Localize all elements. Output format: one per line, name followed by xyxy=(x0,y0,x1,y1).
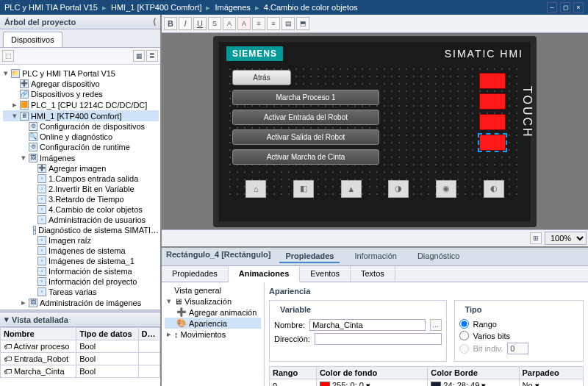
tree-item[interactable]: ▫4.Cambio de color objetos xyxy=(3,204,159,215)
hmi-button[interactable]: Marcha Proceso 1 xyxy=(232,90,379,105)
tree-item[interactable]: ▫Información de sistema xyxy=(3,266,159,276)
tree-item[interactable]: ▫2.Invertir Bit en Variable xyxy=(3,184,159,194)
maximize-icon[interactable]: ◻ xyxy=(560,2,570,12)
hmi-canvas[interactable]: SIEMENS SIMATIC HMI TOUCH Atrás Marcha P… xyxy=(162,33,588,229)
tree-item[interactable]: ▫1.Campos entrada salida xyxy=(3,174,159,184)
property-nav: Vista general ▾🖥 Visualización ➕ Agregar… xyxy=(162,282,265,386)
section-title: Apariencia xyxy=(269,287,584,296)
panel-title: Árbol del proyecto xyxy=(4,18,76,26)
group-type: Tipo xyxy=(462,305,485,314)
tree-item[interactable]: ▫Administración de usuarios xyxy=(3,215,159,225)
title-bar: PLC y HMI TIA Portal V15▸ HMI_1 [KTP400 … xyxy=(0,0,588,15)
fill-color-icon[interactable]: A xyxy=(237,17,251,30)
tree-item[interactable]: ⚙Configuración de runtime xyxy=(3,142,159,152)
nav-item-appearance[interactable]: 🎨 Apariencia xyxy=(165,318,261,329)
list-icon[interactable]: ≣ xyxy=(146,50,158,62)
tab-properties[interactable]: Propiedades xyxy=(279,250,340,263)
close-icon[interactable]: × xyxy=(573,2,584,12)
tab-info[interactable]: Información xyxy=(348,250,402,263)
tree-item[interactable]: ▸🟧PLC_1 [CPU 1214C DC/DC/DC] xyxy=(3,99,159,110)
layer-icon[interactable]: ▤ xyxy=(282,17,295,30)
tree-item[interactable]: ▾🖥HMI_1 [KTP400 Comfort] xyxy=(3,110,159,121)
nav-icon[interactable]: ◑ xyxy=(388,180,409,198)
project-tree[interactable]: ▾📁PLC y HMI TIA Portal V15➕Agregar dispo… xyxy=(0,65,160,310)
radio-singlebit xyxy=(459,344,469,354)
subtab-animations[interactable]: Animaciones xyxy=(229,266,300,282)
align-center-icon[interactable]: ≡ xyxy=(267,17,280,30)
tree-item[interactable]: ▸🖼Administración de imágenes xyxy=(3,297,159,308)
collapse-icon[interactable]: ⟨ xyxy=(153,17,156,26)
table-row[interactable]: 0 255; 0; 0 ▾ 24; 28; 49 ▾No ▾ xyxy=(270,379,584,387)
nav-icon[interactable]: ▲ xyxy=(341,180,362,198)
crumb[interactable]: 4.Cambio de color objetos xyxy=(264,3,358,12)
table-row[interactable]: 🏷 Activar procesoBool xyxy=(1,340,160,353)
detail-header[interactable]: ▾Vista detallada xyxy=(0,312,160,327)
nav-icon[interactable]: ◧ xyxy=(293,180,314,198)
indicator[interactable] xyxy=(479,114,506,130)
radio-range[interactable] xyxy=(459,319,469,329)
crumb[interactable]: Imágenes xyxy=(215,3,250,12)
zoom-select[interactable]: 100% xyxy=(545,232,587,245)
tree-item[interactable]: ▫Tareas varias xyxy=(3,287,159,297)
ruler-icon[interactable]: ⊞ xyxy=(530,232,542,244)
tree-item[interactable]: ➕Agregar dispositivo xyxy=(3,79,159,89)
detail-title: Vista detallada xyxy=(12,315,68,324)
hmi-device: SIEMENS SIMATIC HMI TOUCH Atrás Marcha P… xyxy=(213,36,537,227)
nav-item[interactable]: ➕ Agregar animación xyxy=(165,307,261,318)
tree-item[interactable]: 🔗Dispositivos y redes xyxy=(3,89,159,99)
tree-item[interactable]: ▫Imagen raíz xyxy=(3,235,159,246)
variable-name-input[interactable] xyxy=(309,319,425,331)
subtab-texts[interactable]: Textos xyxy=(351,266,395,282)
subtab-properties[interactable]: Propiedades xyxy=(162,266,229,282)
tree-item[interactable]: 🔍Online y diagnóstico xyxy=(3,132,159,142)
indicator[interactable] xyxy=(479,93,506,110)
indicator[interactable] xyxy=(479,73,506,89)
format-toolbar: B I U S A A ≡ ≡ ▤ ⬒ xyxy=(162,15,588,33)
grid-icon[interactable]: ▦ xyxy=(133,50,145,62)
table-row[interactable]: 🏷 Marcha_CintaBool xyxy=(1,365,160,378)
group-icon[interactable]: ⬒ xyxy=(296,17,309,30)
hmi-button[interactable]: Activar Salida del Robot xyxy=(232,129,379,145)
tree-item[interactable]: ▫Información del proyecto xyxy=(3,276,159,287)
minimize-icon[interactable]: – xyxy=(547,2,557,12)
table-row[interactable]: 🏷 Entrada_RobotBool xyxy=(1,353,160,365)
underline-icon[interactable]: U xyxy=(193,17,207,30)
nav-item[interactable]: Vista general xyxy=(165,285,261,296)
align-left-icon[interactable]: ≡ xyxy=(252,17,265,30)
tree-item[interactable]: ▫3.Retardo de Tiempo xyxy=(3,194,159,204)
tree-item[interactable]: ▫Diagnóstico de sistema SIMATI… xyxy=(3,225,159,235)
crumb[interactable]: PLC y HMI TIA Portal V15 xyxy=(4,3,98,12)
brand-logo: SIEMENS xyxy=(226,46,283,61)
tool-icon[interactable]: ⬚ xyxy=(2,50,14,62)
crumb[interactable]: HMI_1 [KTP400 Comfort] xyxy=(111,3,202,12)
detail-table: NombreTipo de datosD… 🏷 Activar procesoB… xyxy=(0,327,160,378)
nav-icon[interactable]: ◐ xyxy=(484,180,504,198)
font-color-icon[interactable]: A xyxy=(223,17,236,30)
indicator-selected[interactable] xyxy=(479,135,506,151)
italic-icon[interactable]: I xyxy=(179,17,192,30)
address-input[interactable] xyxy=(315,333,442,345)
tree-item[interactable]: ▾📁PLC y HMI TIA Portal V15 xyxy=(3,68,159,79)
bold-icon[interactable]: B xyxy=(164,17,177,30)
nav-icon[interactable]: ◉ xyxy=(436,180,456,198)
home-icon[interactable]: ⌂ xyxy=(245,180,266,198)
back-button[interactable]: Atrás xyxy=(232,70,291,85)
tab-diagnostics[interactable]: Diagnóstico xyxy=(412,250,465,263)
strike-icon[interactable]: S xyxy=(208,17,221,30)
hmi-button[interactable]: Activar Marcha de Cinta xyxy=(232,149,379,165)
tree-item[interactable]: ▾🖼Imágenes xyxy=(3,152,159,163)
tree-item[interactable]: ▫Imágenes de sistema xyxy=(3,246,159,256)
appearance-table[interactable]: RangoColor de fondoColor BordeParpadeo0 … xyxy=(269,366,584,386)
hmi-button[interactable]: Activar Entrada del Robot xyxy=(232,110,379,125)
nav-item[interactable]: ▾🖥 Visualización xyxy=(165,296,261,307)
tree-item[interactable]: ➕Agregar imagen xyxy=(3,163,159,174)
radio-multibit[interactable] xyxy=(459,331,469,340)
tree-item[interactable]: ⚙Configuración de dispositivos xyxy=(3,121,159,132)
tab-devices[interactable]: Dispositivos xyxy=(3,32,62,47)
browse-icon[interactable]: … xyxy=(430,319,442,331)
subtab-events[interactable]: Eventos xyxy=(300,266,351,282)
nav-item[interactable]: ▸↕ Movimientos xyxy=(165,329,261,340)
label-name: Nombre: xyxy=(274,321,305,329)
label-address: Dirección: xyxy=(274,335,310,343)
tree-item[interactable]: ▫Imágenes de sistema_1 xyxy=(3,256,159,266)
